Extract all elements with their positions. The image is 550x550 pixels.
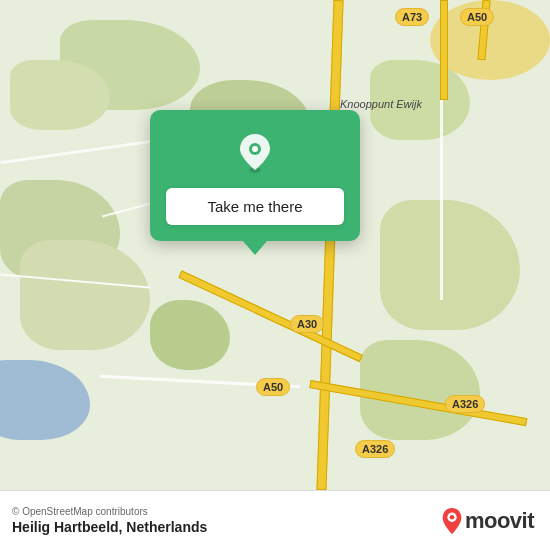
road-label-a50-top: A50: [460, 8, 494, 26]
location-name: Heilig Hartbeeld, Netherlands: [12, 519, 207, 535]
highway-a73: [440, 0, 448, 100]
moovit-text: moovit: [465, 508, 534, 534]
road-label-a73: A73: [395, 8, 429, 26]
moovit-pin-icon: [441, 507, 463, 535]
road-label-a30: A30: [290, 315, 324, 333]
road-label-a326-bottom: A326: [355, 440, 395, 458]
moovit-logo: moovit: [441, 507, 534, 535]
popup-card: Take me there: [150, 110, 360, 241]
place-label-knooppunt: Knooppunt Ewijk: [340, 98, 422, 110]
map-attribution: © OpenStreetMap contributors: [12, 506, 207, 517]
footer-bar: © OpenStreetMap contributors Heilig Hart…: [0, 490, 550, 550]
map-container: A73 A50 A50 A50 A30 A326 A326 Knooppunt …: [0, 0, 550, 490]
footer-left: © OpenStreetMap contributors Heilig Hart…: [12, 506, 207, 535]
take-me-there-button[interactable]: Take me there: [166, 188, 344, 225]
minor-road-5: [440, 100, 443, 300]
road-label-a50-lower: A50: [256, 378, 290, 396]
svg-point-4: [450, 514, 455, 519]
road-label-a326-right: A326: [445, 395, 485, 413]
svg-point-2: [252, 146, 258, 152]
location-pin-icon: [233, 130, 277, 174]
